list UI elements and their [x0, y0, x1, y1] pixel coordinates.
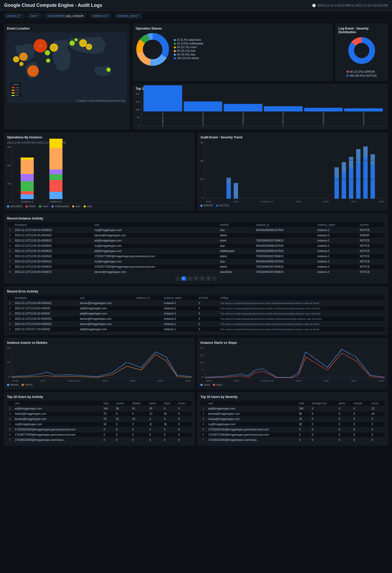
svg-rect-48 [342, 172, 346, 199]
table-row: 2 manav@hmggnksgwx.com 76 0 0 22 54 0 [7, 411, 192, 417]
donut-container: 25 (5.4%) attachDisk 42 (9.0%) setMetada… [136, 32, 330, 66]
table-row: 2 2023-12-12T13:23:53+05303Z adi@hmggnks… [7, 306, 385, 311]
starts-stops-title: Instance Starts vs Stops [200, 341, 385, 345]
top10-severity-panel: Top 10 Users by Severity user total emer… [198, 392, 388, 446]
time-range: 🕐 2023-12-11 4:43:52 PM to 2023-12-12 4:… [312, 4, 388, 7]
main-content: Event Location [0, 21, 392, 452]
next-page[interactable]: › [212, 276, 216, 281]
top10-severity-title: Top 10 Users by Severity [200, 395, 385, 399]
severity-donut-svg [347, 36, 376, 65]
filter-bar: project_id * zone * cloud.platform gcp_c… [0, 11, 392, 21]
audit-trend-title: Audit Event - Severity Trend [200, 136, 385, 139]
starts-stops-chart: 20151050 19:30 23:00 [200, 347, 385, 378]
page-title: Google Cloud Compute Engine - Audit Logs [4, 3, 102, 8]
row-line-charts: Instance Inserts vs Deletes 40200 19: [4, 338, 388, 389]
severity-donut-container: 66 (14.2%) ERROR 400 (85.8%) NOTICE [338, 36, 385, 78]
table-row: 5 2023-12-12T13:25:33+053083Z adi@hmggnk… [7, 249, 385, 254]
top10-activity-panel: Top 10 Users by Activity user total inse… [4, 392, 194, 446]
ops-subtitle: 2023-12-05 4:43:56 PM to 2023-12-12 4:43… [7, 141, 192, 144]
time-range-text: 2023-12-11 4:43:52 PM to 2023-12-12 4:43… [318, 4, 388, 7]
ops-title: Operations By Instance [7, 136, 192, 139]
page-4[interactable]: 4 [200, 276, 205, 281]
table-row: 3 2023-12-12T13:20:34+05303Z adi@hmggnks… [7, 311, 385, 316]
svg-text:18: 18 [88, 46, 90, 48]
row-top: Event Location [4, 24, 388, 130]
col-errcode: errCode [197, 295, 218, 301]
map-legend: _count High Med Low Min [9, 82, 22, 98]
filter-cloud-platform[interactable]: cloud.platform gcp_compute [44, 13, 86, 18]
table-row: 1 adi@hmggnksgwx.com 186 0 0 0 22 [200, 406, 385, 411]
top10-activity-table: user total inserts deletes starts stops … [7, 401, 192, 443]
svg-point-37 [354, 43, 369, 58]
svg-text:9: 9 [15, 58, 17, 61]
table-row: 7 170236533483@hmggnksawx.oserviceac... … [7, 437, 192, 443]
col-user: user [92, 222, 218, 228]
svg-text:98: 98 [39, 45, 42, 47]
table-row: 7 2023-12-12T13:25:33+053031Z roy@hmggnk… [7, 259, 385, 264]
recent-error-table: timestamp user instance_id instance_name… [7, 295, 385, 332]
operation-legend: 25 (5.4%) attachDisk 42 (9.0%) setMetada… [174, 38, 203, 60]
severity-dist-panel: Log Event - Severity Distribution 66 (14… [336, 24, 388, 81]
map-background: 9 46 98 2 44 1 37 18 9 [7, 32, 127, 103]
filter-instance-name[interactable]: instance_name * [115, 13, 142, 18]
filter-project-id[interactable]: project_id * [4, 13, 24, 18]
ops-chart-area: 3002001000 [7, 146, 192, 203]
audit-trend-legend: ERROR NOTICE [200, 204, 385, 207]
svg-rect-49 [349, 167, 353, 199]
table-row: 4 roy@hmggnksgwx.com 58 0 0 0 0 [200, 422, 385, 427]
recent-error-title: Recent Error Activity [7, 290, 385, 293]
table-row: 4 roy@hmggnksgwx.com 58 0 0 22 36 0 [7, 422, 192, 427]
page-1[interactable]: 1 [181, 276, 186, 281]
recent-instance-activity-panel: Recent Instance Activity timestamp user … [4, 214, 388, 284]
table-row: 5 2023-12-12T13:18:54+053045Z baman@hmgg… [7, 322, 385, 327]
svg-text:37: 37 [82, 42, 84, 45]
svg-rect-51 [363, 157, 368, 199]
svg-text:46: 46 [22, 56, 25, 58]
operation-donut-svg [136, 32, 170, 66]
audit-trend-chart: 6040200 [200, 141, 385, 199]
audit-trend-svg [205, 141, 385, 199]
recent-activity-table: timestamp user method instance_id instan… [7, 222, 385, 275]
inserts-deletes-title: Instance Inserts vs Deletes [7, 341, 192, 345]
col-num [7, 222, 13, 228]
page-5[interactable]: 5 [206, 276, 211, 281]
inserts-deletes-chart: 40200 19:30 23:00 02:30 Dec 12 [7, 347, 192, 378]
svg-text:9: 9 [21, 63, 22, 66]
world-map-svg: 9 46 98 2 44 1 37 18 9 [7, 32, 127, 103]
recent-activity-title: Recent Instance Activity [7, 217, 385, 220]
col-timestamp: timestamp [13, 222, 93, 228]
col-instance-name: instance_name [315, 222, 358, 228]
table-row: 1 2023-12-12T13:25:34+053045Z baman@hmgg… [7, 301, 385, 306]
svg-text:2: 2 [47, 52, 48, 54]
table-row: 1 adi@hmggnksgwx.com 144 38 61 45 0 0 [7, 406, 192, 411]
top10-severity-table: user total emergencies alerts criticals … [200, 401, 385, 443]
col-timestamp: timestamp [13, 295, 78, 301]
starts-stops-legend: starts stops [200, 383, 385, 386]
table-row: 6 170236773383@hmggnksgwx.gserviceaccoun… [7, 432, 192, 437]
inserts-deletes-panel: Instance Inserts vs Deletes 40200 19: [4, 338, 194, 389]
page-2[interactable]: 2 [187, 276, 193, 281]
table-row: 3 manav@hmggnksgwx.com 76 0 0 0 0 [200, 417, 385, 422]
filter-instance-id[interactable]: instance_id * [89, 13, 112, 18]
table-row: 1 2023-12-12T13:25:34+053083Z roy@hmggnk… [7, 228, 385, 233]
svg-rect-39 [234, 183, 238, 199]
page-3[interactable]: 3 [193, 276, 199, 281]
table-row: 6 170236773383@hmggnksgwx.gserviceaccoun… [200, 432, 385, 437]
prev-page[interactable]: ‹ [176, 276, 180, 281]
svg-text:2: 2 [108, 69, 109, 71]
table-row: 3 2023-12-12T13:25:33+053091Z adi@hmggnk… [7, 238, 385, 243]
operation-shares-panel: Operation Shares [133, 24, 332, 81]
row-charts: Operations By Instance 2023-12-05 4:43:5… [4, 133, 388, 211]
header: Google Cloud Compute Engine - Audit Logs… [0, 0, 392, 11]
audit-trend-panel: Audit Event - Severity Trend 6040200 [198, 133, 388, 211]
col-instance-name: instance_name [162, 295, 197, 301]
ops-by-instance-panel: Operations By Instance 2023-12-05 4:43:5… [4, 133, 194, 211]
svg-text:2: 2 [48, 60, 49, 62]
table-row: 3 baman@hmggnksgwx.com 70 26 44 0 0 0 [7, 417, 192, 422]
map-watermark: © Mapbox © OpenStreetMap Improve this ma… [76, 99, 125, 102]
pagination[interactable]: ‹ 1 2 3 4 5 › [7, 276, 385, 281]
table-row: 6 2023-12-12T13:17:14+05303Z adi@hmggnks… [7, 327, 385, 332]
filter-zone[interactable]: zone * [27, 13, 41, 18]
svg-rect-50 [356, 162, 361, 199]
table-row: 5 170236563383@hmggnksgwx.gserviceaccoun… [200, 427, 385, 432]
